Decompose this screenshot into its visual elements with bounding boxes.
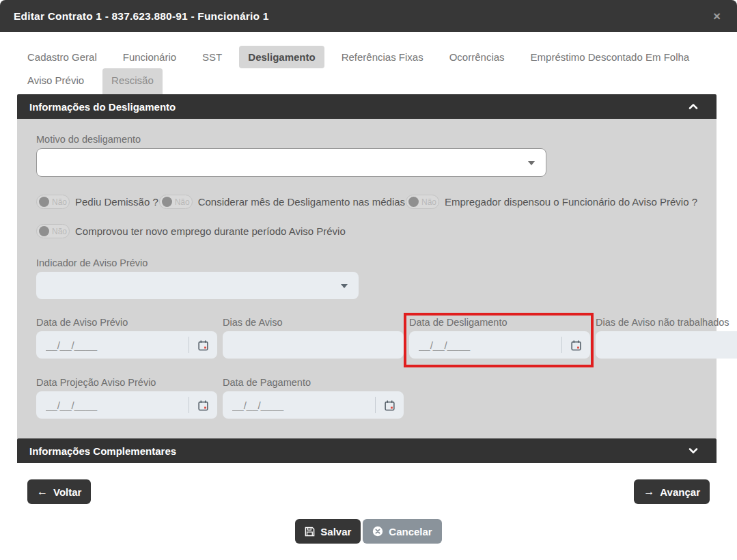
tab-cadastro-geral[interactable]: Cadastro Geral (18, 46, 106, 68)
toggle-switch[interactable]: Não (406, 195, 439, 209)
toggle-label: Comprovou ter novo emprego durante perío… (75, 225, 346, 237)
empty-cell (409, 377, 590, 419)
edit-contract-modal: Editar Contrato 1 - 837.623.880-91 - Fun… (0, 0, 737, 560)
modal-title: Editar Contrato 1 - 837.623.880-91 - Fun… (14, 10, 269, 23)
modal-titlebar: Editar Contrato 1 - 837.623.880-91 - Fun… (0, 0, 737, 32)
tab-emprestimo-descontado[interactable]: Empréstimo Descontado Em Folha (522, 46, 699, 68)
calendar-icon[interactable] (376, 400, 404, 411)
toggle-state: Não (421, 197, 436, 207)
tab-ocorrencias[interactable]: Ocorrências (441, 46, 514, 68)
data-aviso-previo-field (36, 331, 217, 359)
toggle-knob (39, 226, 49, 236)
toggle-label: Empregador dispensou o Funcionário do Av… (445, 196, 697, 208)
avancar-button[interactable]: → Avançar (634, 479, 710, 504)
close-icon[interactable]: × (710, 8, 723, 24)
data-projecao-aviso-previo-input[interactable] (36, 400, 189, 411)
main-tabs: Cadastro Geral Funcionário SST Desligame… (0, 32, 737, 68)
desligamento-panel: Motivo do desligamento Não Pediu Demissã… (17, 119, 717, 438)
data-pagamento-field (223, 391, 404, 419)
dias-de-aviso-input[interactable] (223, 339, 404, 351)
toggle-knob (408, 197, 419, 207)
data-projecao-aviso-previo-label: Data Projeção Aviso Prévio (36, 377, 217, 388)
subtab-aviso-previo[interactable]: Aviso Prévio (18, 68, 93, 94)
dias-de-aviso-cell: Dias de Aviso (223, 317, 404, 359)
arrow-right-icon: → (643, 486, 654, 498)
toggle-considerar-mes: Não Considerar mês de Desligamento nas m… (159, 195, 405, 209)
avancar-label: Avançar (660, 486, 700, 498)
motivo-desligamento-group: Motivo do desligamento (36, 134, 697, 177)
section-header-desligamento[interactable]: Informações do Desligamento (17, 94, 717, 119)
data-aviso-previo-label: Data de Aviso Prévio (36, 317, 217, 328)
dias-de-aviso-label: Dias de Aviso (223, 317, 404, 328)
subtab-rescisao[interactable]: Rescisão (102, 68, 163, 94)
toggle-switch[interactable]: Não (159, 195, 193, 209)
toggle-label: Pediu Demissão ? (75, 196, 158, 208)
toggle-empregador-dispensou: Não Empregador dispensou o Funcionário d… (406, 195, 697, 209)
sub-tabs: Aviso Prévio Rescisão (0, 68, 737, 94)
toggle-row-2: Não Comprovou ter novo emprego durante p… (36, 224, 697, 238)
cancelar-label: Cancelar (389, 526, 432, 537)
dias-aviso-nao-trabalhados-field (596, 331, 737, 359)
calendar-icon[interactable] (562, 339, 590, 351)
tab-funcionario[interactable]: Funcionário (114, 46, 185, 68)
empty-cell (596, 377, 737, 419)
data-aviso-previo-cell: Data de Aviso Prévio (36, 317, 217, 359)
calendar-icon[interactable] (189, 339, 217, 351)
toggle-label: Considerar mês de Desligamento nas média… (198, 196, 405, 208)
nav-button-row: ← Voltar → Avançar (27, 479, 710, 504)
dias-aviso-nao-trabalhados-cell: Dias de Aviso não trabalhados (596, 317, 737, 359)
cancelar-button[interactable]: Cancelar (363, 519, 441, 544)
calendar-icon[interactable] (189, 400, 217, 411)
cancel-circle-x-icon (372, 526, 383, 537)
dias-aviso-nao-trabalhados-label: Dias de Aviso não trabalhados (596, 317, 737, 328)
toggle-switch[interactable]: Não (36, 195, 70, 209)
indicador-aviso-previo-select[interactable] (36, 272, 359, 299)
toggle-knob (162, 197, 172, 207)
data-pagamento-input[interactable] (223, 400, 375, 411)
toggle-state: Não (52, 227, 67, 236)
toggle-state: Não (175, 197, 190, 207)
indicador-aviso-previo-label: Indicador de Aviso Prévio (36, 257, 697, 268)
data-aviso-previo-input[interactable] (36, 339, 189, 351)
tab-desligamento[interactable]: Desligamento (239, 46, 324, 68)
voltar-button[interactable]: ← Voltar (27, 479, 91, 504)
section-title: Informações do Desligamento (29, 101, 176, 113)
save-icon (305, 527, 315, 537)
chevron-down-icon (341, 284, 348, 288)
data-desligamento-label: Data de Desligamento (409, 317, 590, 328)
salvar-button[interactable]: Salvar (295, 519, 361, 544)
data-desligamento-field (409, 331, 590, 359)
toggle-knob (39, 197, 49, 207)
toggle-row-1: Não Pediu Demissão ? Não Considerar mês … (36, 195, 697, 209)
data-pagamento-cell: Data de Pagamento (223, 377, 404, 419)
data-desligamento-cell: Data de Desligamento (409, 317, 590, 359)
tab-sst[interactable]: SST (193, 46, 231, 68)
motivo-desligamento-select[interactable] (36, 148, 546, 177)
data-projecao-aviso-previo-field (36, 391, 217, 419)
data-pagamento-label: Data de Pagamento (223, 377, 404, 388)
tab-referencias-fixas[interactable]: Referências Fixas (333, 46, 432, 68)
arrow-left-icon: ← (37, 486, 48, 498)
toggle-pediu-demissao: Não Pediu Demissão ? (36, 195, 158, 209)
chevron-down-icon[interactable] (686, 444, 704, 458)
chevron-down-icon (528, 161, 535, 165)
chevron-up-icon[interactable] (686, 100, 704, 113)
indicador-aviso-previo-group: Indicador de Aviso Prévio (36, 257, 697, 299)
section-title: Informações Complementares (29, 445, 176, 457)
save-button-row: Salvar Cancelar (0, 519, 737, 544)
toggle-switch[interactable]: Não (36, 224, 70, 238)
salvar-label: Salvar (320, 526, 351, 537)
toggle-state: Não (52, 197, 67, 207)
motivo-desligamento-label: Motivo do desligamento (36, 134, 697, 145)
data-desligamento-input[interactable] (409, 339, 561, 351)
section-header-complementares[interactable]: Informações Complementares (17, 438, 717, 463)
dias-de-aviso-field (223, 331, 404, 359)
voltar-label: Voltar (53, 486, 81, 498)
data-projecao-aviso-previo-cell: Data Projeção Aviso Prévio (36, 377, 217, 419)
dias-aviso-nao-trabalhados-input[interactable] (596, 339, 737, 351)
fields-grid: Data de Aviso Prévio Dias de Aviso Data … (36, 317, 697, 419)
toggle-comprovou-novo-emprego: Não Comprovou ter novo emprego durante p… (36, 224, 346, 238)
